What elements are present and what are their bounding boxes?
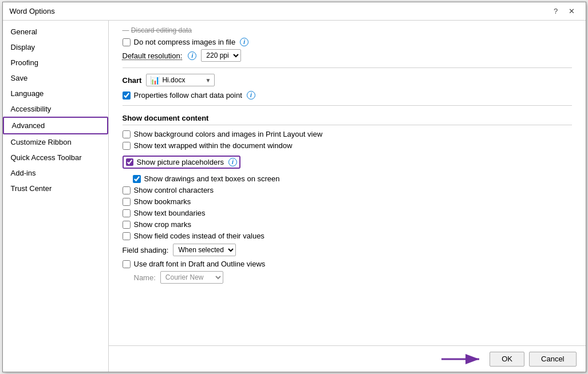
compress-info-icon[interactable]: i [240, 38, 248, 46]
word-options-dialog: Word Options ? ✕ General Display Proofin… [2, 2, 586, 372]
compress-checkbox[interactable] [123, 38, 131, 46]
bg-colors-checkbox[interactable] [123, 130, 131, 138]
dialog-body: General Display Proofing Save Language A… [3, 21, 586, 372]
clipped-top-label: — Discard editing data [123, 26, 572, 34]
sidebar-item-accessibility[interactable]: Accessibility [3, 101, 108, 117]
chart-properties-checkbox[interactable] [123, 91, 131, 100]
font-name-dropdown[interactable]: Courier New [160, 271, 223, 284]
chart-label: Chart [123, 76, 142, 85]
chart-properties-info-icon[interactable]: i [247, 91, 255, 100]
draft-font-label[interactable]: Use draft font in Draft and Outline view… [134, 260, 266, 268]
title-bar: Word Options ? ✕ [3, 2, 586, 21]
sidebar-item-add-ins[interactable]: Add-ins [3, 165, 108, 181]
crop-marks-label[interactable]: Show crop marks [134, 220, 191, 229]
chart-file-name: Hi.docx [162, 76, 185, 84]
sidebar-item-proofing[interactable]: Proofing [3, 55, 108, 70]
chart-file-icon: 📊 [150, 75, 160, 85]
control-chars-checkbox[interactable] [123, 186, 131, 194]
bg-colors-label[interactable]: Show background colors and images in Pri… [134, 130, 323, 138]
text-wrapped-label[interactable]: Show text wrapped within the document wi… [134, 141, 293, 150]
field-shading-row: Field shading: When selected [123, 244, 572, 256]
field-codes-checkbox[interactable] [123, 232, 131, 240]
sidebar-item-trust-center[interactable]: Trust Center [3, 181, 108, 196]
ok-button[interactable]: OK [490, 352, 524, 367]
section-header-show-document: Show document content [123, 114, 572, 125]
dialog-title: Word Options [10, 7, 55, 15]
text-wrapped-checkbox[interactable] [123, 142, 131, 150]
picture-placeholders-checkbox[interactable] [126, 158, 133, 166]
dialog-footer: OK Cancel [109, 345, 586, 372]
chart-properties-label[interactable]: Properties follow chart data point [134, 91, 242, 100]
scroll-area[interactable]: — Discard editing data Do not compress i… [109, 21, 586, 345]
help-button[interactable]: ? [549, 5, 563, 18]
draft-font-row: Use draft font in Draft and Outline view… [123, 260, 572, 268]
control-chars-row: Show control characters [123, 186, 572, 194]
compress-label[interactable]: Do not compress images in file [134, 38, 236, 46]
text-boundaries-label[interactable]: Show text boundaries [134, 209, 206, 217]
chart-properties-row: Properties follow chart data point i [123, 91, 572, 100]
picture-placeholders-highlight-box: Show picture placeholders i [123, 156, 240, 169]
ok-arrow-icon [439, 351, 485, 367]
cancel-button[interactable]: Cancel [529, 352, 576, 367]
control-chars-label[interactable]: Show control characters [134, 186, 214, 194]
chart-dropdown[interactable]: 📊 Hi.docx ▼ [146, 74, 215, 86]
bookmarks-checkbox[interactable] [123, 198, 131, 206]
sidebar-item-save[interactable]: Save [3, 70, 108, 86]
title-controls: ? ✕ [549, 5, 579, 18]
font-name-row: Name: Courier New [123, 271, 572, 284]
sidebar-item-language[interactable]: Language [3, 86, 108, 101]
field-codes-row: Show field codes instead of their values [123, 232, 572, 240]
bookmarks-label[interactable]: Show bookmarks [134, 197, 191, 206]
drawings-row: Show drawings and text boxes on screen [123, 174, 572, 183]
picture-placeholders-container: Show picture placeholders i [123, 153, 572, 172]
sidebar-item-customize-ribbon[interactable]: Customize Ribbon [3, 134, 108, 150]
main-content: — Discard editing data Do not compress i… [109, 21, 586, 372]
resolution-info-icon[interactable]: i [188, 51, 196, 60]
chart-dropdown-arrow: ▼ [206, 77, 211, 83]
resolution-row: Default resolution: i 220 ppi [123, 49, 572, 62]
draft-font-checkbox[interactable] [123, 260, 131, 268]
sidebar-item-quick-access-toolbar[interactable]: Quick Access Toolbar [3, 150, 108, 165]
drawings-checkbox[interactable] [133, 175, 141, 183]
text-boundaries-row: Show text boundaries [123, 209, 572, 217]
field-codes-label[interactable]: Show field codes instead of their values [134, 232, 265, 240]
picture-placeholders-label[interactable]: Show picture placeholders [137, 158, 224, 166]
field-shading-dropdown[interactable]: When selected [173, 244, 236, 256]
crop-marks-checkbox[interactable] [123, 221, 131, 229]
sidebar-item-display[interactable]: Display [3, 39, 108, 55]
crop-marks-row: Show crop marks [123, 220, 572, 229]
sidebar-item-advanced[interactable]: Advanced [3, 117, 108, 134]
text-wrapped-row: Show text wrapped within the document wi… [123, 141, 572, 150]
bookmarks-row: Show bookmarks [123, 197, 572, 206]
drawings-label[interactable]: Show drawings and text boxes on screen [144, 174, 280, 183]
picture-placeholders-info-icon[interactable]: i [228, 158, 237, 166]
sidebar-item-general[interactable]: General [3, 24, 108, 39]
sidebar: General Display Proofing Save Language A… [3, 21, 109, 372]
bg-colors-row: Show background colors and images in Pri… [123, 130, 572, 138]
resolution-label: Default resolution: [123, 51, 183, 60]
compress-images-row: Do not compress images in file i [123, 38, 572, 46]
close-button[interactable]: ✕ [565, 5, 579, 18]
font-name-label: Name: [134, 273, 156, 282]
field-shading-label: Field shading: [123, 246, 169, 254]
resolution-dropdown[interactable]: 220 ppi [201, 49, 241, 62]
chart-row: Chart 📊 Hi.docx ▼ [123, 74, 572, 86]
text-boundaries-checkbox[interactable] [123, 209, 131, 217]
